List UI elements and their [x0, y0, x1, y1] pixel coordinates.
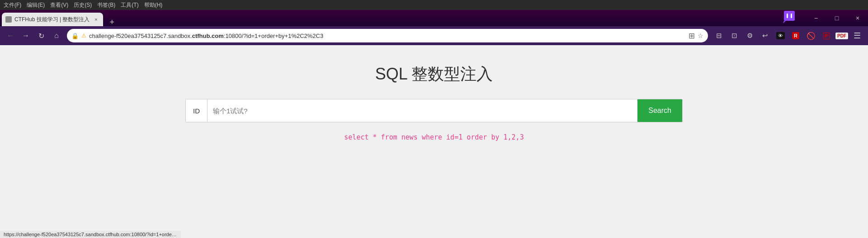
menu-item[interactable]: 编辑(E) — [27, 1, 45, 9]
library-icon: ⊟ — [716, 32, 722, 40]
menu-bar: const menuData = JSON.parse(document.get… — [0, 0, 868, 10]
menu-item[interactable]: 查看(V) — [50, 1, 68, 9]
svg-rect-0 — [784, 11, 795, 21]
tab-close-button[interactable]: × — [92, 16, 99, 23]
search-input[interactable] — [208, 99, 637, 122]
menu-item[interactable]: 文件(F) — [4, 1, 21, 9]
close-button[interactable]: × — [847, 10, 868, 26]
tracking-protection-button[interactable]: 👁 — [773, 28, 788, 43]
address-right-icons: ⊞ ☆ — [689, 31, 703, 41]
nav-right-icons: ⊟ ⊡ ⚙ ↩ 👁 R 🚫 IP PDF — [712, 28, 864, 43]
block-button[interactable]: 🚫 — [804, 28, 818, 43]
id-label: ID — [186, 99, 208, 122]
eye-icon: 👁 — [776, 32, 785, 39]
title-bar: CTFHub 技能学习 | 整数型注入 × + − □ × — [0, 10, 868, 26]
sql-output: select * from news where id=1 order by 1… — [344, 133, 524, 141]
settings-button[interactable]: ⚙ — [742, 28, 757, 43]
tab-favicon — [5, 16, 12, 23]
tab-strip: CTFHub 技能学习 | 整数型注入 × + — [0, 10, 116, 26]
warning-icon: ⚠ — [81, 33, 86, 39]
menu-item[interactable]: 历史(S) — [74, 1, 92, 9]
menu-item[interactable]: 书签(B) — [97, 1, 115, 9]
address-text[interactable]: challenge-f520ea37543125c7.sandbox.ctfhu… — [89, 33, 686, 39]
red-extension-icon: R — [792, 32, 799, 39]
svg-rect-3 — [791, 14, 792, 18]
extension-red-button[interactable]: R — [788, 28, 803, 43]
pdf-button[interactable]: PDF — [835, 28, 849, 43]
maximize-button[interactable]: □ — [826, 10, 847, 26]
bookmark-icon[interactable]: ☆ — [698, 32, 703, 39]
library-button[interactable]: ⊟ — [712, 28, 726, 43]
window-controls: − □ × — [806, 10, 868, 26]
forward-button[interactable]: → — [19, 29, 33, 42]
refresh-button[interactable]: ↻ — [34, 29, 48, 42]
menu-item[interactable]: 帮助(H) — [144, 1, 163, 9]
tab-title: CTFHub 技能学习 | 整数型注入 — [14, 16, 90, 23]
address-domain: ctfhub.com — [192, 33, 224, 39]
address-suffix: :10800/?id=1+order+by+1%2C2%2C3 — [224, 33, 323, 39]
gear-icon: ⚙ — [747, 32, 753, 40]
qr-code-icon[interactable]: ⊞ — [689, 31, 695, 41]
home-button[interactable]: ⌂ — [50, 29, 63, 42]
address-bar[interactable]: 🔒 ⚠ challenge-f520ea37543125c7.sandbox.c… — [67, 29, 708, 42]
block-icon: 🚫 — [807, 32, 816, 40]
search-button[interactable]: Search — [637, 99, 682, 122]
navigation-bar: ← → ↻ ⌂ 🔒 ⚠ challenge-f520ea37543125c7.s… — [0, 26, 868, 45]
menu-item[interactable]: 工具(T) — [121, 1, 138, 9]
hamburger-menu-button[interactable]: ☰ — [850, 28, 864, 43]
back-button[interactable]: ← — [4, 29, 17, 42]
split-view-icon: ⊡ — [731, 32, 737, 40]
active-tab[interactable]: CTFHub 技能学习 | 整数型注入 × — [2, 13, 103, 26]
minimize-button[interactable]: − — [806, 10, 826, 26]
ip-icon: IP — [823, 33, 830, 39]
hamburger-icon: ☰ — [854, 31, 861, 41]
search-section: ID Search — [185, 99, 683, 122]
ip-button[interactable]: IP — [819, 28, 834, 43]
undo-icon: ↩ — [762, 32, 768, 40]
undo-button[interactable]: ↩ — [758, 28, 772, 43]
address-prefix: challenge-f520ea37543125c7.sandbox. — [89, 33, 192, 39]
svg-rect-2 — [787, 14, 788, 18]
svg-marker-1 — [783, 21, 786, 23]
page-content: SQL 整数型注入 ID Search select * from news w… — [0, 45, 868, 238]
browser-logo — [783, 11, 796, 24]
new-tab-button[interactable]: + — [108, 18, 116, 26]
pdf-icon: PDF — [835, 33, 848, 39]
security-icon: 🔒 — [71, 33, 79, 39]
page-title: SQL 整数型注入 — [375, 63, 493, 85]
split-view-button[interactable]: ⊡ — [727, 28, 741, 43]
status-bar-url: https://challenge-f520ea37543125c7.sandb… — [0, 231, 181, 238]
